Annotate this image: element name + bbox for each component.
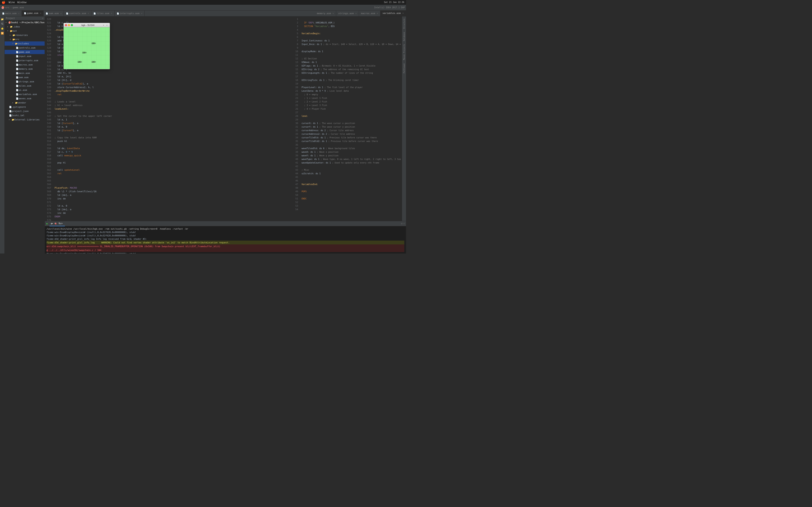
terminal-line-cmd: /usr/local/bin/wine /usr/local/bin/bgb.e… bbox=[47, 227, 404, 230]
apple-menu[interactable]: 🍎 bbox=[2, 1, 5, 4]
tree-root[interactable]: ▼ 🍣 Sushi ~/Projects/GBC/Sushi bbox=[5, 20, 45, 24]
tab-controls-asm[interactable]: 📄 controls.asm × bbox=[64, 11, 91, 16]
project-panel: Project ⚙ ▼ 🍣 Sushi ~/Projects/GBC/Sushi… bbox=[5, 16, 45, 253]
close-tab-controls[interactable]: × bbox=[88, 12, 89, 14]
menu-window[interactable]: Window bbox=[17, 1, 27, 4]
tree-strings[interactable]: 📄 strings.asm bbox=[5, 79, 45, 83]
tab-strings-asm[interactable]: strings.asm × bbox=[336, 11, 359, 16]
line-numbers-left: 520521522523 524525526527 528529530531 5… bbox=[45, 16, 53, 221]
menubar-time: Sat 21 Jan 22:36 bbox=[384, 1, 404, 3]
breadcrumb-file: game.asm bbox=[13, 6, 24, 9]
code-panel-right: 1234 5678 9101112 13141516 17181920 2122… bbox=[292, 16, 402, 221]
tree-sushiiml[interactable]: 📄 Sushi.iml bbox=[5, 113, 45, 117]
tree-src[interactable]: ▼ 📂 src bbox=[5, 37, 45, 41]
bgb-resize[interactable]: ✕ bbox=[103, 24, 105, 26]
terminal-error-2: @ ../../../dlls/wined3d/swapchain.c / 34… bbox=[47, 248, 404, 252]
bgb-game-area bbox=[64, 27, 110, 69]
sidebar-palview[interactable]: PalViewer bbox=[403, 62, 406, 74]
sidebar-structure[interactable]: Structure bbox=[403, 17, 406, 30]
right-sidebar: Structure Database Maven Projects PalVie… bbox=[402, 16, 406, 221]
sushi-logo: 🍣 bbox=[1, 6, 4, 9]
bgb-close2[interactable]: ✕ bbox=[106, 24, 108, 26]
project-tree: ▼ 🍣 Sushi ~/Projects/GBC/Sushi ▶ 📁 .idea… bbox=[5, 20, 45, 253]
activity-project[interactable]: 📁 bbox=[0, 17, 4, 21]
activity-favorites[interactable]: ⭐ bbox=[0, 26, 4, 31]
terminal-line-1: fixme:win:EnumDisplayDevicesW ((null),0,… bbox=[47, 230, 404, 234]
tree-vendor[interactable]: ▶ 📁 vendor bbox=[5, 101, 45, 105]
tree-controls[interactable]: 📄 controls.asm bbox=[5, 46, 45, 50]
tab-interrupts-asm[interactable]: 📄 interrupts.asm × bbox=[115, 11, 145, 16]
close-tab-interrupts[interactable]: × bbox=[141, 12, 142, 14]
tree-out[interactable]: ▼ 📂 out bbox=[5, 29, 45, 33]
bgb-window: bgb - SUSHI ✕ ✕ bbox=[63, 23, 110, 69]
activity-bar: 📁 🏗 ⭐ 🔀 bbox=[0, 16, 5, 253]
tree-external[interactable]: ▶ 📁 External Libraries bbox=[5, 117, 45, 122]
close-tab-game[interactable]: × bbox=[40, 12, 41, 14]
activity-structure[interactable]: 🏗 bbox=[0, 22, 4, 26]
tree-includes[interactable]: ▼ 📂 includes bbox=[5, 41, 45, 46]
tree-gitignore[interactable]: 📄 .gitignore bbox=[5, 105, 45, 109]
line-numbers-right: 1234 5678 9101112 13141516 17181920 2122… bbox=[292, 16, 300, 221]
tree-interrupts[interactable]: 📄 interrupts.asm bbox=[5, 58, 45, 62]
sidebar-maven[interactable]: Maven Projects bbox=[403, 43, 406, 61]
bgb-title: bgb - SUSHI bbox=[74, 24, 102, 26]
bgb-maximize-btn[interactable] bbox=[71, 24, 73, 26]
breadcrumb-src: src bbox=[5, 6, 9, 9]
project-header: Project ⚙ bbox=[5, 16, 45, 20]
bottom-tab-run[interactable]: ▶ 4: Run bbox=[49, 221, 65, 226]
main-layout: 📁 🏗 ⭐ 🔀 Project ⚙ ▼ 🍣 Sushi ~/Projects/G… bbox=[0, 16, 406, 253]
menu-wine[interactable]: Wine bbox=[9, 1, 15, 4]
bgb-close-btn[interactable] bbox=[65, 24, 67, 26]
tree-idea[interactable]: ▶ 📁 .idea bbox=[5, 24, 45, 29]
run-play-btn[interactable]: ▶ bbox=[45, 222, 49, 226]
tab-oam-asm[interactable]: 📄 oam.asm × bbox=[44, 11, 64, 16]
tree-resources[interactable]: ▶ 📁 resources bbox=[5, 33, 45, 37]
svg-point-4 bbox=[92, 43, 93, 44]
tab-tiles-asm[interactable]: 📄 tiles.asm × bbox=[91, 11, 115, 16]
terminal-error-1: err:d3d:swapchain_blit >>>>>>>>>>>>>>>> … bbox=[47, 244, 404, 248]
activity-vcs[interactable]: 🔀 bbox=[0, 31, 4, 35]
tree-waves[interactable]: 📄 waves.asm bbox=[5, 96, 45, 101]
mac-menubar: 🍎 Wine Window Sat 21 Jan 22:36 bbox=[0, 0, 406, 5]
tab-game-asm[interactable]: 📄 game.asm × bbox=[22, 11, 44, 16]
tab-memory-asm[interactable]: memory.asm × bbox=[315, 11, 336, 16]
bottom-panel: ▶ ■ ⏹ ⏸ ▶ 4: Run ⚙ × /usr/local/bin/wine… bbox=[45, 221, 406, 253]
bgb-game-svg bbox=[64, 27, 110, 69]
bottom-tabs: ▶ ■ ⏹ ⏸ ▶ 4: Run ⚙ × bbox=[45, 221, 406, 226]
terminal-line-4: fixme:win:EnumDisplayDevicesW ((null),0,… bbox=[47, 252, 404, 253]
tab-main-asm[interactable]: 📄 main.asm × bbox=[0, 11, 22, 16]
terminal-line-3: fixme:d3d_shader:print_glsl_info_log Inf… bbox=[47, 237, 404, 241]
terminal-output[interactable]: /usr/local/bin/wine /usr/local/bin/bgb.e… bbox=[45, 226, 406, 253]
code-scroll-right[interactable]: 1234 5678 9101112 13141516 17181920 2122… bbox=[292, 16, 402, 221]
svg-rect-1 bbox=[64, 27, 110, 69]
tree-mainasm[interactable]: 📄 main.asm bbox=[5, 71, 45, 75]
tree-game[interactable]: 📄 game.asm bbox=[5, 50, 45, 54]
terminal-close[interactable]: × bbox=[403, 222, 405, 225]
svg-point-13 bbox=[92, 61, 93, 62]
tree-projectjson[interactable]: 📄 project.json bbox=[5, 109, 45, 113]
svg-point-10 bbox=[78, 61, 79, 62]
close-tab-oam[interactable]: × bbox=[60, 12, 61, 14]
bgb-minimize-btn[interactable] bbox=[68, 24, 70, 26]
app-title: IntelliJ IDEA 2017.1 EAP bbox=[374, 6, 405, 9]
ide-toolbar: 🍣 src › game.asm IntelliJ IDEA 2017.1 EA… bbox=[0, 5, 406, 11]
svg-point-7 bbox=[83, 52, 83, 53]
sidebar-database[interactable]: Database bbox=[403, 31, 406, 42]
tree-ui[interactable]: 📄 ui.asm bbox=[5, 88, 45, 92]
tab-macros-asm[interactable]: macros.asm × bbox=[359, 11, 380, 16]
tree-oam[interactable]: 📄 oam.asm bbox=[5, 75, 45, 79]
tree-memory[interactable]: 📄 memory.asm bbox=[5, 67, 45, 71]
terminal-line-2: fixme:win:EnumDisplayDevicesW ((null),0,… bbox=[47, 234, 404, 237]
code-content-right[interactable]: IF !DEF(_VARIABLES_ASM_) SECTION "Variab… bbox=[300, 16, 402, 221]
tree-tiles[interactable]: 📄 tiles.asm bbox=[5, 83, 45, 88]
tree-macros[interactable]: 📄 macros.asm bbox=[5, 62, 45, 67]
bgb-titlebar: bgb - SUSHI ✕ ✕ bbox=[64, 23, 110, 27]
tab-variables-asm[interactable]: variables.asm × bbox=[380, 11, 406, 16]
tree-variables[interactable]: 📄 variables.asm bbox=[5, 92, 45, 96]
terminal-warning-1: fixme:d3d_shader:print_glsl_info_log WAR… bbox=[47, 241, 404, 244]
close-tab-main[interactable]: × bbox=[18, 12, 19, 14]
tree-input[interactable]: 📄 input.asm bbox=[5, 54, 45, 58]
close-tab-tiles[interactable]: × bbox=[111, 12, 112, 14]
tab-bar: 📄 main.asm × 📄 game.asm × 📄 oam.asm × 📄 … bbox=[0, 11, 406, 16]
terminal-settings[interactable]: ⚙ bbox=[401, 222, 403, 225]
